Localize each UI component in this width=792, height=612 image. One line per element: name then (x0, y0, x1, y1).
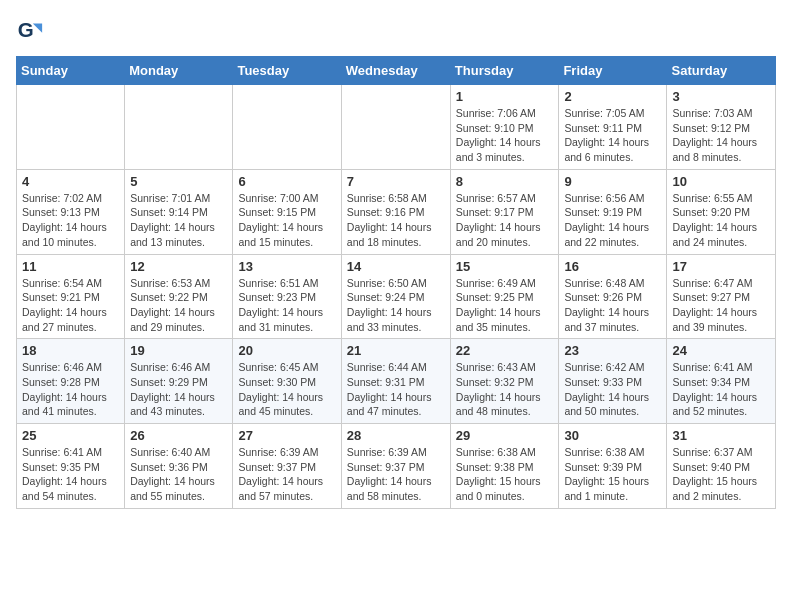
day-number: 24 (672, 343, 770, 358)
page-header: G (16, 16, 776, 44)
calendar-week-row: 25Sunrise: 6:41 AM Sunset: 9:35 PM Dayli… (17, 424, 776, 509)
day-number: 25 (22, 428, 119, 443)
day-number: 13 (238, 259, 335, 274)
calendar-cell: 31Sunrise: 6:37 AM Sunset: 9:40 PM Dayli… (667, 424, 776, 509)
day-info: Sunrise: 6:46 AM Sunset: 9:28 PM Dayligh… (22, 360, 119, 419)
calendar-cell: 12Sunrise: 6:53 AM Sunset: 9:22 PM Dayli… (125, 254, 233, 339)
day-number: 16 (564, 259, 661, 274)
day-info: Sunrise: 7:05 AM Sunset: 9:11 PM Dayligh… (564, 106, 661, 165)
day-number: 8 (456, 174, 554, 189)
day-number: 31 (672, 428, 770, 443)
day-number: 4 (22, 174, 119, 189)
day-number: 9 (564, 174, 661, 189)
day-info: Sunrise: 6:49 AM Sunset: 9:25 PM Dayligh… (456, 276, 554, 335)
calendar-cell: 1Sunrise: 7:06 AM Sunset: 9:10 PM Daylig… (450, 85, 559, 170)
day-number: 26 (130, 428, 227, 443)
calendar-week-row: 18Sunrise: 6:46 AM Sunset: 9:28 PM Dayli… (17, 339, 776, 424)
day-number: 14 (347, 259, 445, 274)
day-info: Sunrise: 7:02 AM Sunset: 9:13 PM Dayligh… (22, 191, 119, 250)
day-number: 19 (130, 343, 227, 358)
day-number: 10 (672, 174, 770, 189)
calendar-header-row: SundayMondayTuesdayWednesdayThursdayFrid… (17, 57, 776, 85)
calendar-cell: 18Sunrise: 6:46 AM Sunset: 9:28 PM Dayli… (17, 339, 125, 424)
calendar-week-row: 1Sunrise: 7:06 AM Sunset: 9:10 PM Daylig… (17, 85, 776, 170)
calendar-cell: 10Sunrise: 6:55 AM Sunset: 9:20 PM Dayli… (667, 169, 776, 254)
day-number: 6 (238, 174, 335, 189)
weekday-header: Wednesday (341, 57, 450, 85)
day-number: 3 (672, 89, 770, 104)
day-number: 11 (22, 259, 119, 274)
day-number: 18 (22, 343, 119, 358)
day-info: Sunrise: 6:41 AM Sunset: 9:35 PM Dayligh… (22, 445, 119, 504)
day-number: 30 (564, 428, 661, 443)
day-info: Sunrise: 6:54 AM Sunset: 9:21 PM Dayligh… (22, 276, 119, 335)
calendar-week-row: 11Sunrise: 6:54 AM Sunset: 9:21 PM Dayli… (17, 254, 776, 339)
day-info: Sunrise: 6:58 AM Sunset: 9:16 PM Dayligh… (347, 191, 445, 250)
calendar-cell: 14Sunrise: 6:50 AM Sunset: 9:24 PM Dayli… (341, 254, 450, 339)
day-info: Sunrise: 6:53 AM Sunset: 9:22 PM Dayligh… (130, 276, 227, 335)
day-info: Sunrise: 6:51 AM Sunset: 9:23 PM Dayligh… (238, 276, 335, 335)
calendar-cell: 5Sunrise: 7:01 AM Sunset: 9:14 PM Daylig… (125, 169, 233, 254)
day-info: Sunrise: 6:57 AM Sunset: 9:17 PM Dayligh… (456, 191, 554, 250)
calendar-cell: 16Sunrise: 6:48 AM Sunset: 9:26 PM Dayli… (559, 254, 667, 339)
day-info: Sunrise: 6:55 AM Sunset: 9:20 PM Dayligh… (672, 191, 770, 250)
day-number: 20 (238, 343, 335, 358)
calendar-week-row: 4Sunrise: 7:02 AM Sunset: 9:13 PM Daylig… (17, 169, 776, 254)
calendar-cell: 17Sunrise: 6:47 AM Sunset: 9:27 PM Dayli… (667, 254, 776, 339)
day-number: 12 (130, 259, 227, 274)
calendar-cell: 23Sunrise: 6:42 AM Sunset: 9:33 PM Dayli… (559, 339, 667, 424)
day-info: Sunrise: 7:06 AM Sunset: 9:10 PM Dayligh… (456, 106, 554, 165)
svg-text:G: G (18, 18, 34, 41)
calendar-cell: 22Sunrise: 6:43 AM Sunset: 9:32 PM Dayli… (450, 339, 559, 424)
day-number: 5 (130, 174, 227, 189)
day-number: 21 (347, 343, 445, 358)
calendar-cell: 30Sunrise: 6:38 AM Sunset: 9:39 PM Dayli… (559, 424, 667, 509)
day-info: Sunrise: 6:41 AM Sunset: 9:34 PM Dayligh… (672, 360, 770, 419)
day-info: Sunrise: 6:48 AM Sunset: 9:26 PM Dayligh… (564, 276, 661, 335)
calendar-cell (341, 85, 450, 170)
calendar-cell: 27Sunrise: 6:39 AM Sunset: 9:37 PM Dayli… (233, 424, 341, 509)
day-info: Sunrise: 6:38 AM Sunset: 9:38 PM Dayligh… (456, 445, 554, 504)
weekday-header: Monday (125, 57, 233, 85)
day-number: 7 (347, 174, 445, 189)
calendar-cell (233, 85, 341, 170)
calendar-cell: 25Sunrise: 6:41 AM Sunset: 9:35 PM Dayli… (17, 424, 125, 509)
day-info: Sunrise: 6:37 AM Sunset: 9:40 PM Dayligh… (672, 445, 770, 504)
calendar-cell: 2Sunrise: 7:05 AM Sunset: 9:11 PM Daylig… (559, 85, 667, 170)
day-info: Sunrise: 7:03 AM Sunset: 9:12 PM Dayligh… (672, 106, 770, 165)
day-info: Sunrise: 6:39 AM Sunset: 9:37 PM Dayligh… (238, 445, 335, 504)
day-info: Sunrise: 7:00 AM Sunset: 9:15 PM Dayligh… (238, 191, 335, 250)
day-number: 29 (456, 428, 554, 443)
calendar-cell: 4Sunrise: 7:02 AM Sunset: 9:13 PM Daylig… (17, 169, 125, 254)
calendar-cell (17, 85, 125, 170)
day-number: 23 (564, 343, 661, 358)
calendar-cell: 8Sunrise: 6:57 AM Sunset: 9:17 PM Daylig… (450, 169, 559, 254)
day-info: Sunrise: 6:39 AM Sunset: 9:37 PM Dayligh… (347, 445, 445, 504)
day-number: 15 (456, 259, 554, 274)
calendar-cell: 7Sunrise: 6:58 AM Sunset: 9:16 PM Daylig… (341, 169, 450, 254)
calendar-cell: 13Sunrise: 6:51 AM Sunset: 9:23 PM Dayli… (233, 254, 341, 339)
calendar-cell: 21Sunrise: 6:44 AM Sunset: 9:31 PM Dayli… (341, 339, 450, 424)
day-info: Sunrise: 6:42 AM Sunset: 9:33 PM Dayligh… (564, 360, 661, 419)
logo: G (16, 16, 48, 44)
calendar-cell: 26Sunrise: 6:40 AM Sunset: 9:36 PM Dayli… (125, 424, 233, 509)
day-info: Sunrise: 6:47 AM Sunset: 9:27 PM Dayligh… (672, 276, 770, 335)
calendar-cell: 28Sunrise: 6:39 AM Sunset: 9:37 PM Dayli… (341, 424, 450, 509)
weekday-header: Friday (559, 57, 667, 85)
day-number: 1 (456, 89, 554, 104)
calendar-cell: 29Sunrise: 6:38 AM Sunset: 9:38 PM Dayli… (450, 424, 559, 509)
day-number: 2 (564, 89, 661, 104)
calendar-cell (125, 85, 233, 170)
day-info: Sunrise: 6:50 AM Sunset: 9:24 PM Dayligh… (347, 276, 445, 335)
calendar-cell: 15Sunrise: 6:49 AM Sunset: 9:25 PM Dayli… (450, 254, 559, 339)
calendar-cell: 19Sunrise: 6:46 AM Sunset: 9:29 PM Dayli… (125, 339, 233, 424)
weekday-header: Thursday (450, 57, 559, 85)
day-info: Sunrise: 6:56 AM Sunset: 9:19 PM Dayligh… (564, 191, 661, 250)
calendar-cell: 3Sunrise: 7:03 AM Sunset: 9:12 PM Daylig… (667, 85, 776, 170)
day-number: 22 (456, 343, 554, 358)
calendar-cell: 20Sunrise: 6:45 AM Sunset: 9:30 PM Dayli… (233, 339, 341, 424)
day-info: Sunrise: 6:43 AM Sunset: 9:32 PM Dayligh… (456, 360, 554, 419)
weekday-header: Sunday (17, 57, 125, 85)
calendar-cell: 9Sunrise: 6:56 AM Sunset: 9:19 PM Daylig… (559, 169, 667, 254)
day-number: 17 (672, 259, 770, 274)
